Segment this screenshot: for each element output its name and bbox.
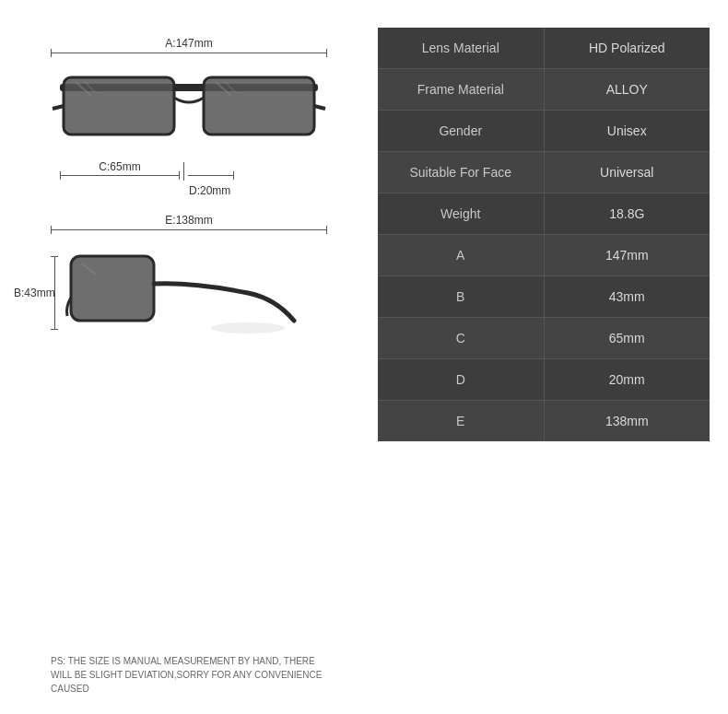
spec-value: ALLOY xyxy=(545,69,710,110)
spec-row: B43mm xyxy=(378,276,710,318)
spec-label: A xyxy=(378,235,545,275)
dimension-e: E:138mm xyxy=(51,214,327,230)
spec-label: Gender xyxy=(378,111,545,151)
spec-label: B xyxy=(378,276,545,317)
dimension-d-label: D:20mm xyxy=(189,184,327,197)
spec-row: Weight18.8G xyxy=(378,193,710,235)
dimension-c-label: C:65mm xyxy=(99,160,140,173)
spec-label: Lens Material xyxy=(378,28,545,68)
spec-row: C65mm xyxy=(378,318,710,359)
dimension-e-label: E:138mm xyxy=(51,214,327,227)
dimension-a-line xyxy=(51,53,327,53)
svg-line-9 xyxy=(53,106,64,109)
svg-rect-11 xyxy=(71,256,154,321)
spec-label: Frame Material xyxy=(378,69,545,110)
left-diagram-panel: A:147mm xyxy=(18,18,359,696)
glasses-side-image: B:43mm xyxy=(51,238,327,348)
spec-label: Weight xyxy=(378,193,545,234)
dimension-a-label: A:147mm xyxy=(51,37,327,50)
spec-value: HD Polarized xyxy=(545,28,710,68)
spec-label: D xyxy=(378,359,545,400)
svg-point-14 xyxy=(211,322,285,334)
svg-line-10 xyxy=(314,106,325,109)
spec-label: C xyxy=(378,318,545,358)
glasses-front-image xyxy=(51,61,327,162)
spec-value: Universal xyxy=(545,152,710,193)
specs-table: Lens MaterialHD PolarizedFrame MaterialA… xyxy=(378,28,710,441)
spec-value: 43mm xyxy=(545,276,710,317)
spec-row: Frame MaterialALLOY xyxy=(378,69,710,111)
spec-row: A147mm xyxy=(378,235,710,276)
spec-value: Unisex xyxy=(545,111,710,151)
spec-row: D20mm xyxy=(378,359,710,401)
spec-row: GenderUnisex xyxy=(378,111,710,152)
spec-label: E xyxy=(378,401,545,441)
ps-note: PS: THE SIZE IS MANUAL MEASUREMENT BY HA… xyxy=(51,645,327,696)
spec-value: 138mm xyxy=(545,401,710,441)
spec-label: Suitable For Face xyxy=(378,152,545,193)
dimension-a: A:147mm xyxy=(51,37,327,53)
spec-value: 147mm xyxy=(545,235,710,275)
spec-value: 18.8G xyxy=(545,193,710,234)
dimension-b-label: B:43mm xyxy=(14,287,55,299)
spec-value: 65mm xyxy=(545,318,710,358)
spec-value: 20mm xyxy=(545,359,710,400)
spec-row: Suitable For FaceUniversal xyxy=(378,152,710,193)
spec-row: Lens MaterialHD Polarized xyxy=(378,28,710,69)
spec-row: E138mm xyxy=(378,401,710,441)
dimension-cd: C:65mm D:20mm xyxy=(51,170,327,197)
dimension-e-line xyxy=(51,229,327,230)
